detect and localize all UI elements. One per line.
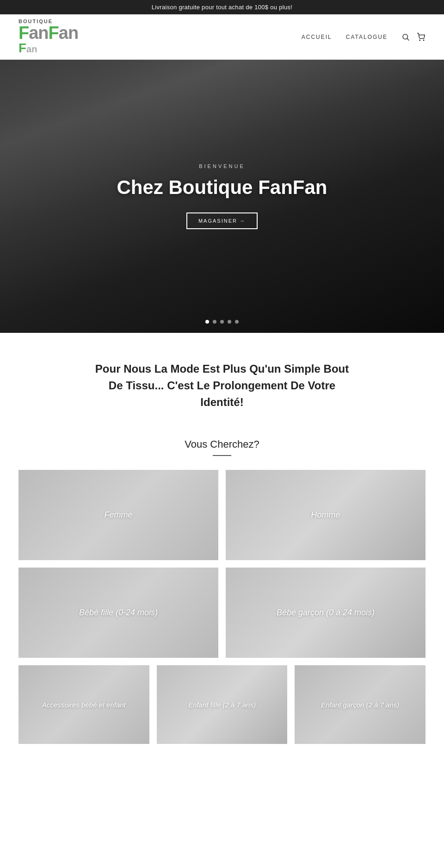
category-accessoires-label: Accessoires bébé et enfant [37, 696, 130, 713]
hero-section: BIENVENUE Chez Boutique FanFan MAGASINER… [0, 60, 444, 333]
category-enfant-garcon-label: Enfant garçon (2 à 7 ans) [316, 696, 404, 713]
category-grid-row1: Femme Homme [18, 470, 426, 560]
slide-dot-4[interactable] [228, 320, 231, 324]
section-divider [213, 455, 231, 456]
hero-subtitle: BIENVENUE [117, 163, 327, 169]
category-bebe-garcon-label: Bébé garçon (0 à 24 mois) [272, 603, 379, 622]
category-femme[interactable]: Femme [18, 470, 218, 560]
hero-cta-button[interactable]: MAGASINER → [186, 212, 258, 229]
promo-text: Livraison gratuite pour tout achat de 10… [152, 4, 292, 11]
category-femme-label: Femme [99, 506, 137, 525]
svg-point-0 [403, 34, 408, 39]
categories-title: Vous Cherchez? [18, 438, 426, 450]
slideshow-dots [205, 320, 239, 324]
category-bebe-fille[interactable]: Bébé fille (0-24 mois) [18, 568, 218, 658]
site-header: BOUTIQUE FanFan Fan ACCUEIL CATALOGUE [0, 14, 444, 60]
logo-fanfan-line2: Fan [18, 42, 78, 55]
slide-dot-3[interactable] [220, 320, 224, 324]
category-bebe-garcon[interactable]: Bébé garçon (0 à 24 mois) [226, 568, 426, 658]
logo-fanfan-line1: FanFan [18, 24, 78, 42]
logo[interactable]: BOUTIQUE FanFan Fan [18, 19, 78, 55]
slide-dot-5[interactable] [235, 320, 239, 324]
nav-catalogue[interactable]: CATALOGUE [346, 34, 388, 40]
svg-point-3 [423, 40, 424, 41]
hero-content: BIENVENUE Chez Boutique FanFan MAGASINER… [117, 163, 327, 229]
promo-banner: Livraison gratuite pour tout achat de 10… [0, 0, 444, 14]
cart-button[interactable] [416, 33, 426, 41]
main-nav: ACCUEIL CATALOGUE [302, 33, 426, 41]
category-enfant-garcon[interactable]: Enfant garçon (2 à 7 ans) [295, 665, 426, 744]
slide-dot-2[interactable] [213, 320, 216, 324]
category-homme[interactable]: Homme [226, 470, 426, 560]
slide-dot-1[interactable] [205, 320, 209, 324]
category-enfant-fille[interactable]: Enfant fille (2 à 7 ans) [157, 665, 288, 744]
category-enfant-fille-label: Enfant fille (2 à 7 ans) [184, 696, 260, 713]
svg-line-1 [407, 38, 409, 40]
tagline: Pour Nous La Mode Est Plus Qu'un Simple … [88, 361, 356, 411]
categories-header: Vous Cherchez? [18, 438, 426, 456]
search-button[interactable] [401, 33, 410, 41]
svg-point-2 [419, 40, 420, 41]
category-grid-row3: Accessoires bébé et enfant Enfant fille … [18, 665, 426, 744]
hero-title: Chez Boutique FanFan [117, 176, 327, 199]
main-content: Pour Nous La Mode Est Plus Qu'un Simple … [0, 333, 444, 772]
nav-accueil[interactable]: ACCUEIL [302, 34, 332, 40]
category-accessoires-bebe[interactable]: Accessoires bébé et enfant [18, 665, 149, 744]
category-homme-label: Homme [306, 506, 345, 525]
nav-icons [401, 33, 426, 41]
category-grid-row2: Bébé fille (0-24 mois) Bébé garçon (0 à … [18, 568, 426, 658]
category-bebe-fille-label: Bébé fille (0-24 mois) [74, 603, 162, 622]
